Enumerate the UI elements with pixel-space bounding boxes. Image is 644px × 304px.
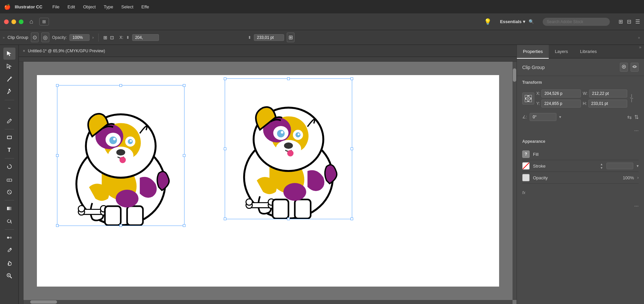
home-icon[interactable]: ⌂	[30, 18, 33, 25]
menu-effect[interactable]: Effe	[138, 4, 153, 10]
close-window-button[interactable]	[4, 19, 9, 24]
blend-tool-button[interactable]	[3, 232, 15, 244]
direct-selection-icon	[6, 63, 12, 69]
h-transform-label: H:	[583, 101, 587, 106]
menu-type[interactable]: Type	[100, 4, 116, 10]
x-coord-input[interactable]	[132, 34, 159, 41]
canvas-background	[23, 62, 513, 300]
rotate-tool-button[interactable]	[3, 161, 15, 173]
constrain-proportions-icon[interactable]	[629, 94, 639, 104]
selection-tool-button[interactable]	[3, 48, 15, 60]
minimize-window-button[interactable]	[11, 19, 16, 24]
svg-point-56	[246, 199, 252, 205]
svg-rect-66	[529, 95, 532, 98]
lasso-tool-button[interactable]	[3, 215, 15, 227]
align-icon-button[interactable]: ⊞	[287, 33, 294, 42]
document-tab-title: Untitled-1* @ 65,9% (CMYK/GPU Preview)	[28, 49, 105, 53]
horizontal-scrollbar[interactable]	[23, 300, 513, 304]
stroke-dropdown-arrow[interactable]: ▾	[637, 164, 639, 168]
eyedropper-tool-button[interactable]	[3, 244, 15, 256]
left-dog-container[interactable]	[57, 85, 184, 226]
y-coord-spinner[interactable]: ⬍	[248, 35, 251, 40]
target-icon-button[interactable]: ⊙	[31, 33, 39, 42]
bounding-box-icon[interactable]: ⊡	[110, 35, 114, 40]
rotation-angle-input[interactable]	[530, 113, 556, 121]
vertical-scrollbar[interactable]	[513, 62, 517, 300]
curvature-tool-button[interactable]: ~	[3, 102, 15, 114]
panel-icon-2[interactable]: ⊟	[627, 18, 631, 25]
hand-tool-button[interactable]	[3, 257, 15, 269]
horizontal-scrollbar-thumb[interactable]	[30, 300, 57, 304]
x-coord-spinner[interactable]: ⬍	[126, 35, 129, 40]
apple-menu[interactable]: 🍎	[4, 4, 11, 10]
scale-tool-button[interactable]	[3, 186, 15, 198]
fill-icon[interactable]: ?	[522, 150, 530, 158]
zoom-tool-button[interactable]	[3, 270, 15, 282]
dog-artwork-left	[57, 85, 184, 226]
right-dog-container[interactable]	[225, 78, 352, 219]
opacity-swatch	[522, 174, 530, 181]
stroke-up-arrow[interactable]: ▲	[600, 163, 603, 166]
stroke-spinners[interactable]: ▲ ▼	[600, 163, 603, 170]
pencil-tool-button[interactable]	[3, 115, 15, 127]
maximize-window-button[interactable]	[19, 19, 23, 24]
tab-libraries[interactable]: Libraries	[574, 45, 603, 59]
menu-file[interactable]: File	[49, 4, 63, 10]
menu-object[interactable]: Object	[80, 4, 99, 10]
toolbar-expand-icon[interactable]: »	[3, 36, 5, 40]
search-stock-input[interactable]	[543, 18, 610, 26]
tab-layers[interactable]: Layers	[549, 45, 574, 59]
x-transform-input[interactable]	[541, 89, 581, 98]
text-tool-button[interactable]: T	[3, 144, 15, 156]
opacity-appearance-arrow[interactable]: ›	[637, 175, 639, 180]
magic-wand-tool-button[interactable]	[3, 73, 15, 85]
menu-bar: 🍎 Illustrator CC File Edit Object Type S…	[0, 0, 644, 13]
panel-tabs-arrow[interactable]: »	[636, 45, 644, 58]
rectangle-tool-icon	[6, 134, 12, 140]
panel-visibility-icon-button[interactable]	[631, 63, 639, 72]
visibility-icon-button[interactable]: ◎	[41, 33, 49, 42]
w-field-row: W:	[583, 89, 628, 98]
panel-target-icon-button[interactable]	[620, 63, 628, 72]
essentials-button[interactable]: Essentials ▾	[500, 19, 525, 24]
eraser-tool-button[interactable]	[3, 173, 15, 185]
opacity-dropdown-arrow[interactable]: ›	[92, 35, 94, 40]
panel-icon-1[interactable]: ⊞	[619, 18, 623, 25]
rotation-dropdown-arrow[interactable]: ▾	[559, 115, 561, 119]
svg-rect-70	[525, 100, 527, 102]
transform-more-options[interactable]: ...	[517, 124, 644, 135]
fx-label[interactable]: fx	[522, 190, 525, 195]
menu-select[interactable]: Select	[118, 4, 137, 10]
selection-handle-br	[183, 224, 185, 227]
app-name: Illustrator CC	[15, 4, 42, 9]
artboard[interactable]	[37, 75, 499, 287]
direct-selection-tool-button[interactable]	[3, 60, 15, 72]
flip-horizontal-icon[interactable]: ⇆	[627, 114, 632, 120]
tab-close-button[interactable]: ×	[23, 49, 25, 53]
y-coord-input[interactable]	[254, 34, 284, 41]
panel-icon-3[interactable]: ☰	[635, 18, 640, 25]
h-transform-input[interactable]	[588, 100, 628, 108]
menu-edit[interactable]: Edit	[64, 4, 78, 10]
stroke-down-arrow[interactable]: ▼	[600, 166, 603, 170]
stroke-value-input[interactable]	[606, 163, 633, 169]
selection-handle-r-tr	[351, 77, 353, 80]
transform-grid-icon[interactable]: ⊞	[103, 35, 107, 40]
y-transform-input[interactable]	[541, 100, 581, 108]
gradient-tool-button[interactable]	[3, 202, 15, 215]
vertical-scrollbar-thumb[interactable]	[513, 68, 516, 82]
canvas-scroll-area[interactable]	[23, 62, 517, 304]
stroke-icon[interactable]	[522, 162, 530, 170]
rectangle-tool-button[interactable]	[3, 131, 15, 143]
panel-object-header: Clip Group	[517, 59, 644, 76]
tab-properties[interactable]: Properties	[517, 45, 549, 59]
lightbulb-icon[interactable]: 💡	[484, 18, 491, 25]
toolbar-right-expand[interactable]: »	[638, 36, 640, 40]
workspace-switcher[interactable]: ⊞	[39, 18, 49, 25]
w-transform-input[interactable]	[589, 89, 627, 98]
flip-vertical-icon[interactable]: ⇅	[634, 114, 639, 120]
transform-reference-point[interactable]	[522, 93, 534, 105]
opacity-input[interactable]	[69, 34, 90, 41]
panel-footer-more-options[interactable]: ...	[517, 199, 644, 210]
pen-tool-button[interactable]	[3, 86, 15, 98]
